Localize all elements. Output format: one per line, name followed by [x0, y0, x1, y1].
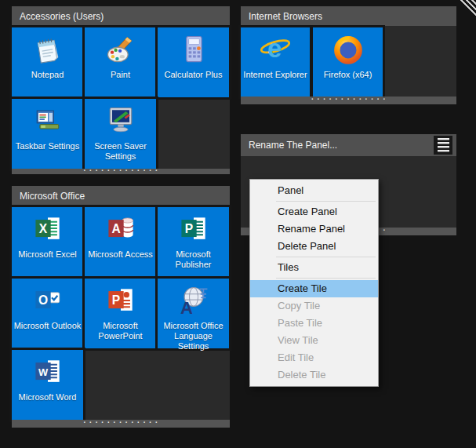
tile-label: Screen Saver Settings: [85, 141, 156, 162]
notepad-icon: [31, 32, 65, 67]
tile-label: Firefox (x64): [322, 70, 374, 80]
access-icon: A: [104, 212, 138, 246]
tile-grid-office: X Microsoft Excel A Microsoft Access: [12, 207, 229, 420]
panel-accessories: Accessories (Users) Notepad: [12, 6, 230, 174]
panel-header-microsoft-office[interactable]: Microsoft Office: [12, 186, 230, 206]
svg-text:W: W: [38, 366, 48, 378]
tile-launcher-window: Accessories (Users) Notepad: [0, 0, 476, 448]
tile-label: Microsoft Office Language Settings: [158, 321, 229, 352]
tile-calculator-plus[interactable]: Calculator Plus: [158, 27, 229, 97]
tile-microsoft-powerpoint[interactable]: P Microsoft PowerPoint: [85, 279, 156, 348]
panel-title: Internet Browsers: [249, 11, 322, 22]
panel-header-internet-browsers[interactable]: Internet Browsers: [241, 6, 456, 26]
tile-microsoft-office-language-settings[interactable]: A Microsoft Office Language Settings: [158, 279, 229, 348]
menu-item-delete-panel[interactable]: Delete Panel: [250, 238, 378, 255]
tile-microsoft-word[interactable]: W Microsoft Word: [12, 350, 83, 420]
menu-separator: [276, 278, 376, 279]
panel-internet-browsers: Internet Browsers e Internet Explorer: [241, 6, 456, 104]
tile-label: Paint: [109, 70, 132, 80]
language-icon: A: [176, 283, 211, 318]
tile-label: Taskbar Settings: [14, 141, 81, 151]
tile-label: Internet Explorer: [242, 70, 308, 80]
tile-firefox-x64[interactable]: Firefox (x64): [313, 27, 383, 97]
publisher-icon: P: [176, 212, 211, 246]
tile-label: Microsoft Access: [86, 249, 154, 260]
calculator-icon: [176, 32, 211, 67]
svg-text:e: e: [267, 34, 282, 63]
tile-microsoft-publisher[interactable]: P Microsoft Publisher: [158, 207, 229, 277]
menu-separator: [276, 201, 376, 202]
panel-header-accessories[interactable]: Accessories (Users): [12, 6, 230, 26]
screensaver-icon: [104, 104, 138, 138]
menu-item-paste-tile: Paste Tile: [250, 315, 378, 332]
panel-drag-handle[interactable]: ·············: [12, 169, 230, 174]
tile-grid-accessories: Notepad Paint: [12, 27, 229, 169]
tile-notepad[interactable]: Notepad: [12, 27, 83, 97]
tile-label: Notepad: [30, 70, 66, 80]
tile-label: Microsoft Excel: [16, 249, 78, 260]
tile-internet-explorer[interactable]: e Internet Explorer: [241, 27, 310, 97]
tile-label: Microsoft Publisher: [158, 249, 229, 270]
internet-explorer-icon: e: [258, 32, 293, 67]
tile-label: Microsoft PowerPoint: [85, 321, 156, 341]
svg-text:X: X: [38, 222, 47, 235]
svg-text:A: A: [111, 222, 120, 235]
panel-microsoft-office: Microsoft Office X Microsoft Excel: [12, 186, 230, 428]
menu-section-tiles: Tiles: [250, 259, 378, 276]
tile-label: Microsoft Outlook: [13, 321, 83, 331]
menu-item-create-panel[interactable]: Create Panel: [250, 203, 378, 220]
tile-screen-saver-settings[interactable]: Screen Saver Settings: [85, 99, 156, 169]
svg-text:O: O: [38, 293, 47, 307]
menu-section-panel: Panel: [250, 182, 378, 199]
panel-title: Microsoft Office: [20, 191, 85, 202]
taskbar-icon: [31, 104, 65, 138]
tile-microsoft-outlook[interactable]: O Microsoft Outlook: [12, 279, 83, 348]
tile-grid-browsers: e Internet Explorer: [241, 27, 383, 97]
menu-separator: [276, 257, 376, 257]
menu-item-delete-tile: Delete Tile: [250, 366, 378, 384]
outlook-icon: O: [31, 283, 65, 318]
tile-label: Calculator Plus: [163, 70, 224, 80]
excel-icon: X: [31, 212, 65, 246]
panel-drag-handle[interactable]: ·············: [12, 420, 230, 428]
tile-taskbar-settings[interactable]: Taskbar Settings: [12, 99, 83, 169]
panel-title: Accessories (Users): [20, 11, 104, 22]
menu-item-copy-tile: Copy Tile: [250, 297, 378, 315]
menu-item-create-tile[interactable]: Create Tile: [250, 280, 378, 297]
tile-microsoft-access[interactable]: A Microsoft Access: [85, 207, 156, 277]
word-icon: W: [31, 355, 65, 389]
svg-text:P: P: [184, 222, 192, 235]
tile-paint[interactable]: Paint: [85, 27, 156, 97]
svg-text:P: P: [111, 293, 119, 307]
powerpoint-icon: P: [104, 283, 138, 318]
panel-drag-handle[interactable]: ·············: [241, 97, 456, 104]
paint-icon: [104, 32, 138, 67]
menu-item-edit-tile: Edit Tile: [250, 349, 378, 366]
tile-microsoft-excel[interactable]: X Microsoft Excel: [12, 207, 83, 277]
firefox-icon: [331, 32, 365, 67]
diagonal-resize-grip-icon[interactable]: [460, 0, 476, 16]
hamburger-menu-button[interactable]: [434, 136, 452, 155]
panel-header-rename[interactable]: Rename The Panel...: [241, 134, 456, 156]
menu-item-rename-panel[interactable]: Rename Panel: [250, 220, 378, 238]
menu-item-view-tile: View Tile: [250, 332, 378, 349]
svg-text:A: A: [180, 298, 192, 318]
tile-label: Microsoft Word: [17, 392, 78, 402]
context-menu: Panel Create Panel Rename Panel Delete P…: [249, 179, 379, 387]
rename-panel-input[interactable]: Rename The Panel...: [249, 140, 337, 151]
